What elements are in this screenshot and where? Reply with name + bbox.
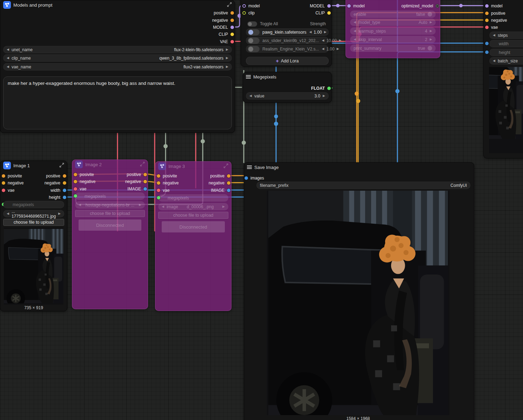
expand-icon[interactable] xyxy=(59,163,64,169)
output-port-model[interactable] xyxy=(327,4,331,8)
prev-arrow-icon[interactable]: ◀ xyxy=(354,21,356,24)
node-sampler[interactable]: model positive negative vae ◀ steps widt… xyxy=(483,0,523,158)
node-image-2-bypassed[interactable]: Image 2 posivite negative vae positive n… xyxy=(72,160,148,309)
reroute-dot[interactable] xyxy=(336,4,340,7)
input-port-negative[interactable] xyxy=(2,181,5,185)
input-port-vae[interactable] xyxy=(485,26,489,29)
reroute-dot[interactable] xyxy=(459,4,463,7)
increment-arrow-icon[interactable]: ▶ xyxy=(430,38,432,41)
decrement-arrow-icon[interactable]: ◀ xyxy=(354,29,356,33)
unet-name-widget[interactable]: ◀ unet_name flux-2-klein-9b.safetensors … xyxy=(3,46,232,53)
node-megapixels[interactable]: Megepixels FLOAT ◀ value 3.0 ▶ xyxy=(243,72,332,103)
increment-arrow-icon[interactable]: ▶ xyxy=(324,31,327,34)
next-arrow-icon[interactable]: ▶ xyxy=(58,212,61,215)
output-port-clip[interactable] xyxy=(327,11,331,15)
output-port-optimized-model[interactable] xyxy=(436,4,439,8)
warmup-steps-widget[interactable]: ◀ warmup_steps 4 ▶ xyxy=(350,27,436,35)
reroute-dot[interactable] xyxy=(395,89,400,93)
image-file-selector[interactable]: ◀ image d_00006_.png ▶ xyxy=(158,203,228,210)
output-port-model[interactable] xyxy=(230,26,234,29)
input-port-negative[interactable] xyxy=(485,19,489,22)
next-arrow-icon[interactable]: ▶ xyxy=(430,21,432,24)
toggle-knob[interactable] xyxy=(428,46,432,50)
reroute-dot[interactable] xyxy=(163,144,168,148)
output-port-clip[interactable] xyxy=(230,33,234,36)
input-port-posivite[interactable] xyxy=(157,174,160,178)
lora-toggle[interactable] xyxy=(248,29,260,35)
skip-interval-widget[interactable]: ◀ skip_interval 2 ▶ xyxy=(350,36,436,43)
input-port-model[interactable] xyxy=(242,4,246,8)
node-model-optimizer-bypassed[interactable]: model optimized_model enable false ◀ mod… xyxy=(346,0,440,58)
prompt-textarea[interactable]: make her a hyper-exaggerated enormous hu… xyxy=(3,76,232,129)
input-port-vae[interactable] xyxy=(74,187,77,191)
upload-button[interactable]: choose file to upload xyxy=(158,212,228,219)
megapixels-widget[interactable]: megapixels xyxy=(158,194,228,202)
output-port-negative[interactable] xyxy=(143,180,147,183)
vae-name-widget[interactable]: ◀ vae_name flux2-vae.safetensors ▶ xyxy=(3,63,232,70)
decrement-arrow-icon[interactable]: ◀ xyxy=(309,31,311,34)
megapixels-widget[interactable]: megapixels xyxy=(75,192,145,200)
decrement-arrow-icon[interactable]: ◀ xyxy=(249,94,252,97)
prev-arrow-icon[interactable]: ◀ xyxy=(7,212,9,215)
height-widget[interactable]: height xyxy=(489,49,523,56)
output-port-float[interactable] xyxy=(327,87,331,90)
width-widget[interactable]: width xyxy=(489,40,523,47)
reroute-dot[interactable] xyxy=(356,99,360,103)
batch-size-widget[interactable]: ◀ batch_size xyxy=(489,57,523,65)
node-graph-canvas[interactable]: Models and prompt positive negative MODE… xyxy=(0,0,523,420)
output-port-positive[interactable] xyxy=(227,174,230,178)
decrement-arrow-icon[interactable]: ◀ xyxy=(493,59,495,62)
output-port-width[interactable] xyxy=(63,189,66,192)
output-port-height[interactable] xyxy=(63,196,66,199)
input-port-posivite[interactable] xyxy=(2,174,5,178)
expand-icon[interactable] xyxy=(223,163,228,169)
output-port-negative[interactable] xyxy=(230,19,234,22)
input-port-images[interactable] xyxy=(244,176,248,180)
reroute-dot[interactable] xyxy=(355,92,359,96)
decrement-arrow-icon[interactable]: ◀ xyxy=(354,38,356,41)
model-type-widget[interactable]: ◀ model_type Auto ▶ xyxy=(350,19,436,26)
print-summary-widget[interactable]: print_summary true xyxy=(350,45,436,52)
output-port-negative[interactable] xyxy=(63,181,66,185)
node-models-and-prompt[interactable]: Models and prompt positive negative MODE… xyxy=(0,0,235,133)
clip-name-widget[interactable]: ◀ clip_name qwen_3_8b_fp8mixed.safetenso… xyxy=(3,54,232,62)
next-arrow-icon[interactable]: ▶ xyxy=(222,205,225,208)
menu-icon[interactable] xyxy=(246,76,251,77)
add-lora-button[interactable]: + Add Lora xyxy=(246,57,329,65)
output-port-positive[interactable] xyxy=(143,173,147,176)
input-port-model[interactable] xyxy=(347,4,351,8)
steps-widget[interactable]: ◀ steps xyxy=(489,32,523,39)
decrement-arrow-icon[interactable]: ◀ xyxy=(322,39,324,42)
node-lora-loader[interactable]: model clip MODEL CLIP Toggle All Strengt… xyxy=(241,0,332,67)
lora-row[interactable]: ass_slider_klein9b_v12_202... ◀10.00▶ xyxy=(246,37,329,44)
output-port-positive[interactable] xyxy=(63,174,66,178)
input-port-width[interactable] xyxy=(485,42,489,45)
value-widget[interactable]: ◀ value 3.0 ▶ xyxy=(246,92,329,100)
increment-arrow-icon[interactable]: ▶ xyxy=(430,29,432,33)
lora-toggle[interactable] xyxy=(248,46,260,52)
next-arrow-icon[interactable]: ▶ xyxy=(226,56,228,60)
expand-icon[interactable] xyxy=(227,2,232,8)
upload-button[interactable]: choose file to upload xyxy=(3,219,64,226)
input-port-clip[interactable] xyxy=(242,11,246,15)
image-file-selector[interactable]: ◀ hostage-negotiations-br ... ▶ xyxy=(75,201,145,209)
prev-arrow-icon[interactable]: ◀ xyxy=(7,56,9,60)
toggle-knob[interactable] xyxy=(428,12,432,16)
input-port-negative[interactable] xyxy=(157,181,160,185)
increment-arrow-icon[interactable]: ▶ xyxy=(323,94,325,97)
input-port-posivite[interactable] xyxy=(74,173,77,176)
increment-arrow-icon[interactable]: ▶ xyxy=(337,47,339,50)
image-file-selector[interactable]: ◀ ... 1775934468965271.jpg ▶ xyxy=(3,210,64,217)
reroute-dot[interactable] xyxy=(274,115,278,118)
node-image-3-bypassed[interactable]: Image 3 posivite negative vae positive n… xyxy=(155,161,232,311)
filename-prefix-widget[interactable]: filename_prefix ComfyUI xyxy=(256,182,470,189)
input-port-vae[interactable] xyxy=(157,189,160,192)
next-arrow-icon[interactable]: ▶ xyxy=(139,203,141,206)
megapixels-widget[interactable]: megapixels xyxy=(3,201,64,208)
enable-widget[interactable]: enable false xyxy=(350,11,436,18)
output-port-image[interactable] xyxy=(143,187,147,191)
input-port-model[interactable] xyxy=(485,4,489,8)
output-port-vae[interactable] xyxy=(230,40,234,43)
prev-arrow-icon[interactable]: ◀ xyxy=(79,203,81,206)
output-port-image[interactable] xyxy=(227,189,230,192)
